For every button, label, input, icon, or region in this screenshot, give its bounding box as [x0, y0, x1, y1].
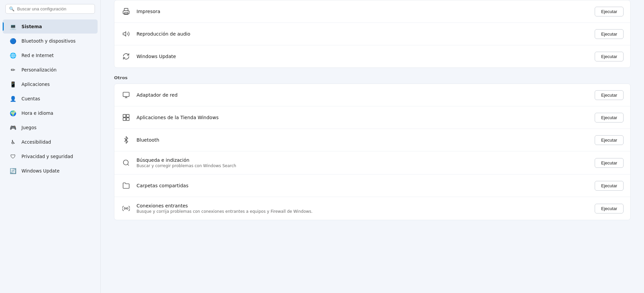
svg-line-12 — [127, 164, 129, 165]
content-sections: ImpresoraEjecutarReproducción de audioEj… — [114, 0, 631, 220]
svg-rect-7 — [123, 114, 126, 117]
sistema-icon: 💻 — [9, 23, 17, 30]
svg-rect-1 — [124, 13, 128, 14]
hora-icon: 🌍 — [9, 109, 17, 117]
item-label-windows-update: Windows Update — [137, 54, 589, 59]
update-icon — [121, 51, 131, 61]
sidebar-label-windows-update: Windows Update — [21, 168, 59, 174]
run-button-audio[interactable]: Ejecutar — [595, 29, 624, 39]
sidebar-label-red: Red e Internet — [21, 53, 54, 58]
item-label-adaptador-red: Adaptador de red — [137, 92, 589, 98]
audio-icon — [121, 29, 131, 39]
section-card-otros: Adaptador de redEjecutarAplicaciones de … — [114, 84, 631, 220]
network-icon — [121, 90, 131, 100]
sidebar-label-aplicaciones: Aplicaciones — [21, 82, 50, 87]
run-button-conexiones[interactable]: Ejecutar — [595, 204, 624, 213]
item-label-conexiones: Conexiones entrantes — [137, 203, 589, 208]
sidebar-label-privacidad: Privacidad y seguridad — [21, 154, 73, 159]
sidebar-label-cuentas: Cuentas — [21, 96, 40, 101]
item-label-carpetas: Carpetas compartidas — [137, 183, 589, 188]
windows-update-icon: 🔄 — [9, 167, 17, 175]
aplicaciones-icon: 📱 — [9, 81, 17, 88]
main-content: ImpresoraEjecutarReproducción de audioEj… — [101, 0, 644, 293]
item-text-windows-update: Windows Update — [137, 54, 589, 59]
svg-rect-10 — [126, 118, 129, 120]
search-input[interactable] — [17, 6, 91, 11]
svg-rect-8 — [126, 114, 129, 117]
svg-point-13 — [125, 208, 127, 209]
item-text-bluetooth-item: Bluetooth — [137, 137, 589, 143]
item-text-adaptador-red: Adaptador de red — [137, 92, 589, 98]
item-text-busqueda: Búsqueda e indizaciónBuscar y corregir p… — [137, 157, 589, 168]
search-icon: 🔍 — [9, 6, 14, 11]
item-label-apps-tienda: Aplicaciones de la Tienda Windows — [137, 115, 589, 120]
sidebar-item-windows-update[interactable]: 🔄Windows Update — [3, 164, 98, 178]
bluetooth-icon — [121, 135, 131, 145]
table-row: Búsqueda e indizaciónBuscar y corregir p… — [114, 151, 630, 175]
sidebar: 🔍 💻Sistema🔵Bluetooth y dispositivos🌐Red … — [0, 0, 101, 293]
item-text-carpetas: Carpetas compartidas — [137, 183, 589, 188]
svg-rect-9 — [123, 118, 126, 120]
bluetooth-icon: 🔵 — [9, 37, 17, 45]
cuentas-icon: 👤 — [9, 95, 17, 102]
sidebar-item-privacidad[interactable]: 🛡Privacidad y seguridad — [3, 149, 98, 163]
search-diag-icon — [121, 158, 131, 168]
run-button-apps-tienda[interactable]: Ejecutar — [595, 113, 624, 123]
table-row: Reproducción de audioEjecutar — [114, 23, 630, 45]
sidebar-label-sistema: Sistema — [21, 24, 42, 29]
item-label-impresora: Impresora — [137, 9, 589, 14]
accesibilidad-icon: ♿ — [9, 138, 17, 146]
folder-icon — [121, 181, 131, 191]
incoming-icon — [121, 203, 131, 213]
run-button-bluetooth-item[interactable]: Ejecutar — [595, 135, 624, 145]
run-button-impresora[interactable]: Ejecutar — [595, 7, 624, 16]
svg-rect-4 — [123, 92, 129, 97]
search-box[interactable]: 🔍 — [5, 4, 95, 14]
table-row: Adaptador de redEjecutar — [114, 84, 630, 106]
svg-rect-0 — [124, 8, 128, 11]
sidebar-item-personalizacion[interactable]: ✏️Personalización — [3, 63, 98, 77]
run-button-adaptador-red[interactable]: Ejecutar — [595, 90, 624, 100]
sidebar-item-cuentas[interactable]: 👤Cuentas — [3, 92, 98, 106]
sidebar-item-red[interactable]: 🌐Red e Internet — [3, 48, 98, 62]
table-row: Windows UpdateEjecutar — [114, 45, 630, 67]
section-title-otros: Otros — [114, 68, 631, 84]
run-button-windows-update[interactable]: Ejecutar — [595, 52, 624, 61]
table-row: Conexiones entrantesBusque y corrija pro… — [114, 197, 630, 220]
search-container: 🔍 — [0, 0, 100, 19]
item-text-audio: Reproducción de audio — [137, 31, 589, 37]
sidebar-label-bluetooth: Bluetooth y dispositivos — [21, 38, 75, 44]
sidebar-item-accesibilidad[interactable]: ♿Accesibilidad — [3, 135, 98, 149]
item-text-conexiones: Conexiones entrantesBusque y corrija pro… — [137, 203, 589, 214]
printer-icon — [121, 6, 131, 16]
sidebar-label-accesibilidad: Accesibilidad — [21, 139, 51, 145]
sidebar-item-sistema[interactable]: 💻Sistema — [3, 19, 98, 34]
sidebar-item-aplicaciones[interactable]: 📱Aplicaciones — [3, 77, 98, 91]
red-icon: 🌐 — [9, 52, 17, 59]
svg-point-11 — [123, 160, 128, 165]
personalizacion-icon: ✏️ — [9, 66, 17, 74]
item-text-apps-tienda: Aplicaciones de la Tienda Windows — [137, 115, 589, 120]
privacidad-icon: 🛡 — [9, 153, 17, 160]
item-label-bluetooth-item: Bluetooth — [137, 137, 589, 143]
juegos-icon: 🎮 — [9, 124, 17, 131]
item-sublabel-busqueda: Buscar y corregir problemas con Windows … — [137, 163, 589, 168]
table-row: Aplicaciones de la Tienda WindowsEjecuta… — [114, 106, 630, 129]
sidebar-label-hora: Hora e idioma — [21, 110, 53, 116]
item-sublabel-conexiones: Busque y corrija problemas con conexione… — [137, 209, 589, 214]
item-label-busqueda: Búsqueda e indización — [137, 157, 589, 163]
nav-list: 💻Sistema🔵Bluetooth y dispositivos🌐Red e … — [0, 19, 100, 178]
sidebar-label-personalizacion: Personalización — [21, 67, 57, 72]
table-row: BluetoothEjecutar — [114, 129, 630, 151]
store-icon — [121, 112, 131, 123]
table-row: ImpresoraEjecutar — [114, 0, 630, 23]
run-button-carpetas[interactable]: Ejecutar — [595, 181, 624, 191]
item-text-impresora: Impresora — [137, 9, 589, 14]
sidebar-item-hora[interactable]: 🌍Hora e idioma — [3, 106, 98, 120]
sidebar-item-bluetooth[interactable]: 🔵Bluetooth y dispositivos — [3, 34, 98, 48]
run-button-busqueda[interactable]: Ejecutar — [595, 158, 624, 168]
svg-marker-3 — [123, 32, 126, 36]
sidebar-label-juegos: Juegos — [21, 125, 37, 130]
sidebar-item-juegos[interactable]: 🎮Juegos — [3, 120, 98, 135]
table-row: Carpetas compartidasEjecutar — [114, 175, 630, 197]
